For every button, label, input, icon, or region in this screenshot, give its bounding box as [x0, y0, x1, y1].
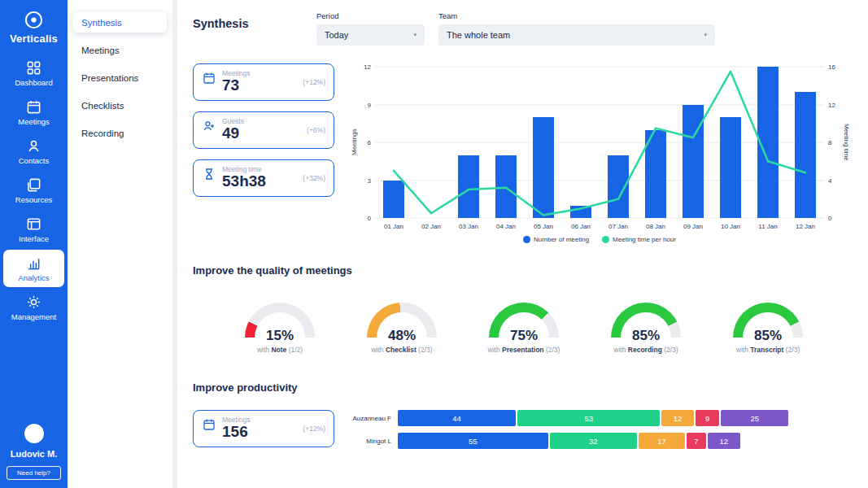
bar-column [412, 67, 450, 218]
bar-segment: 53 [517, 410, 660, 426]
legend-item[interactable]: Meeting time per hour [602, 236, 676, 243]
sidebar-item-label: Analytics [18, 273, 49, 282]
stat-card-guests: Guests 49 (+6%) [193, 111, 334, 149]
gauge-tool-name: Transcript [750, 346, 783, 354]
bar-column [600, 67, 637, 218]
legend-dot [602, 236, 609, 243]
stacked-bar-row: Mingot L553217712 [347, 433, 852, 449]
right-axis-title: Meeting time [840, 67, 852, 218]
subnav-item-presentations[interactable]: Presentations [73, 68, 167, 88]
stat-delta: (+12%) [303, 425, 325, 433]
stat-card-meeting-time: Meeting time 53h38 (+32%) [193, 159, 334, 197]
stat-value: 53h38 [222, 173, 303, 190]
segment-value: 12 [674, 414, 683, 423]
bar-column [375, 67, 412, 218]
gauge-caption-prefix: with [371, 346, 383, 354]
team-select[interactable]: The whole team ▾ [438, 24, 715, 46]
gauge-caption-prefix: with [488, 346, 500, 354]
subnav-item-synthesis[interactable]: Synthesis [73, 12, 167, 33]
brand-name: Verticalis [10, 33, 58, 45]
y-tick-label: 0 [368, 215, 371, 222]
gauge-caption: with Checklist (2/3) [352, 346, 451, 354]
x-tick-label: 05 Jan [525, 223, 562, 230]
bar-chart-icon [26, 255, 41, 271]
gauge-caption-suffix: (2/3) [418, 346, 432, 354]
sidebar-item-resources[interactable]: Resources [3, 172, 64, 209]
need-help-button[interactable]: Need help? [7, 466, 61, 480]
gauge-caption-prefix: with [613, 346, 626, 354]
bar-column [787, 67, 824, 218]
bar-column [450, 67, 487, 218]
y-tick-label: 0 [828, 215, 831, 222]
legend-dot [523, 236, 530, 243]
bar-segment: 32 [550, 433, 637, 449]
brand-logo: Verticalis [10, 10, 58, 45]
bar-column [487, 67, 525, 218]
gauge-caption: with Presentation (2/3) [474, 346, 574, 354]
gauge-checklist: 48% with Checklist (2/3) [352, 303, 451, 354]
subnav-item-checklists[interactable]: Checklists [73, 95, 167, 115]
gauge-note: 15% with Note (1/2) [230, 303, 329, 354]
segment-value: 9 [705, 414, 709, 423]
gauge-caption-suffix: (2/3) [546, 346, 560, 354]
app-window: Verticalis Dashboard Meetings [0, 0, 868, 488]
sidebar-item-interface[interactable]: Interface [3, 211, 64, 248]
productivity-section-title: Improve productivity [193, 381, 852, 394]
period-select[interactable]: Today ▾ [316, 24, 425, 46]
row-label: Auzanneau F [347, 415, 398, 422]
bar-columns [375, 67, 824, 218]
sidebar-item-contacts[interactable]: Contacts [3, 133, 64, 170]
gauge-tool-name: Presentation [502, 346, 544, 354]
meeting-count-bar [757, 67, 779, 218]
y-tick-label: 16 [828, 63, 835, 71]
segment-value: 44 [452, 414, 461, 423]
x-axis-labels: 01 Jan02 Jan03 Jan04 Jan05 Jan06 Jan07 J… [375, 223, 824, 230]
calendar-icon [203, 418, 216, 442]
gauge-value: 15% [230, 328, 329, 344]
left-axis-ticks: 036912 [359, 67, 375, 218]
meeting-count-bar [720, 117, 741, 218]
stacked-bar-track: 445312925 [398, 410, 788, 426]
y-tick-label: 12 [364, 63, 371, 71]
user-name: Ludovic M. [11, 449, 57, 459]
sidebar-item-label: Resources [15, 195, 52, 204]
sidebar-item-meetings[interactable]: Meetings [3, 94, 64, 131]
sidebar-item-dashboard[interactable]: Dashboard [3, 54, 64, 92]
gauge-caption: with Recording (2/3) [596, 346, 696, 354]
y-tick-label: 9 [368, 101, 371, 108]
bar-segment: 55 [398, 433, 548, 449]
subnav-item-meetings[interactable]: Meetings [73, 40, 167, 60]
main-content: Synthesis Period Today ▾ Team The whole … [177, 0, 868, 488]
avatar[interactable] [24, 424, 44, 443]
user-plus-icon [203, 120, 216, 143]
secondary-sidebar: Synthesis Meetings Presentations Checkli… [68, 0, 177, 488]
chevron-down-icon: ▾ [704, 32, 707, 38]
gear-icon [26, 294, 41, 310]
sidebar-item-analytics[interactable]: Analytics [3, 250, 64, 287]
legend-item[interactable]: Number of meeting [523, 236, 589, 243]
quality-gauges: 15% with Note (1/2) 48% with Checklist (… [193, 303, 852, 354]
gauge-tool-name: Checklist [386, 346, 417, 354]
x-tick-label: 09 Jan [674, 223, 712, 230]
x-tick-label: 04 Jan [487, 223, 525, 230]
team-field: Team The whole team ▾ [438, 11, 715, 46]
gauge-value: 85% [718, 328, 818, 344]
quality-section-title: Improve the quality of meetings [193, 264, 852, 277]
resources-icon [26, 177, 41, 193]
x-tick-label: 01 Jan [375, 223, 412, 230]
sidebar-item-management[interactable]: Management [3, 289, 64, 326]
page-title: Synthesis [193, 11, 316, 30]
y-tick-label: 12 [828, 101, 835, 108]
stat-card-total-meetings: Meetings 156 (+12%) [193, 410, 334, 447]
meeting-count-bar [570, 206, 591, 219]
right-axis-ticks: 0481216 [824, 67, 840, 218]
synthesis-section: Meetings 73 (+12%) Guests 49 [193, 63, 852, 243]
meeting-count-bar [458, 155, 479, 219]
stat-cards: Meetings 73 (+12%) Guests 49 [193, 63, 334, 243]
subnav-item-recording[interactable]: Recording [73, 123, 167, 143]
gauge-caption-prefix: with [736, 346, 748, 354]
stacked-bar-track: 553217712 [398, 433, 788, 449]
bar-segment: 12 [661, 410, 694, 426]
bar-column [525, 67, 562, 218]
y-tick-label: 8 [828, 139, 831, 146]
